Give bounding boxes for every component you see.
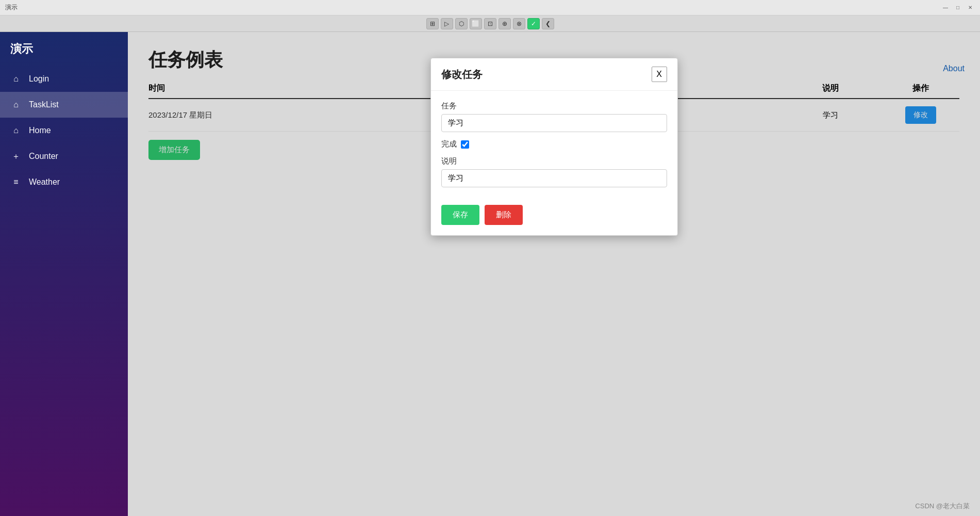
toolbar-frame-icon[interactable]: ⊞ [426,18,439,29]
sidebar-logo: 演示 [0,32,128,66]
modal-close-button[interactable]: X [652,67,667,82]
toolbar-back-icon[interactable]: ❮ [542,18,554,29]
toolbar-video-icon[interactable]: ▷ [441,18,453,29]
note-input[interactable] [441,169,667,187]
minimize-button[interactable]: — [941,3,950,12]
maximize-button[interactable]: □ [953,3,962,12]
save-button[interactable]: 保存 [441,205,479,225]
toolbar-select-icon[interactable]: ⊡ [484,18,496,29]
sidebar-item-label-home: Home [29,126,51,135]
sidebar-item-label-weather: Weather [29,178,60,187]
tasklist-icon: ⌂ [10,99,22,110]
title-bar: 演示 — □ ✕ [0,0,980,15]
sidebar-item-login[interactable]: ⌂ Login [0,66,128,92]
sidebar: 演示 ⌂ Login ⌂ TaskList ⌂ Home ＋ Counter ≡… [0,32,128,516]
modal-dialog: 修改任务 X 任务 完成 说明 保存 删除 [430,58,678,236]
home2-icon: ⌂ [10,125,22,136]
task-input[interactable] [441,114,667,132]
toolbar: ⊞ ▷ ⬡ ⬜ ⊡ ⊕ ⊗ ✓ ❮ [0,15,980,32]
sidebar-item-label-counter: Counter [29,152,58,161]
completed-row: 完成 [441,139,667,149]
sidebar-item-counter[interactable]: ＋ Counter [0,143,128,169]
toolbar-check-icon[interactable]: ✓ [527,18,540,29]
weather-icon: ≡ [10,176,22,188]
sidebar-item-home[interactable]: ⌂ Home [0,118,128,143]
sidebar-item-weather[interactable]: ≡ Weather [0,169,128,195]
delete-button[interactable]: 删除 [485,205,523,225]
modal-header: 修改任务 X [431,58,677,91]
note-label: 说明 [441,156,667,166]
title-bar-text: 演示 [5,3,18,12]
toolbar-plus-icon[interactable]: ⊕ [499,18,511,29]
sidebar-item-label-tasklist: TaskList [29,100,59,109]
close-button[interactable]: ✕ [966,3,975,12]
task-label: 任务 [441,101,667,111]
toolbar-cross-icon[interactable]: ⊗ [513,18,525,29]
toolbar-rect-icon[interactable]: ⬜ [470,18,482,29]
counter-icon: ＋ [10,151,22,162]
modal-footer: 保存 删除 [431,205,677,235]
main-content: About 任务例表 时间 说明 操作 2023/12/17 星期日 学习 修改… [128,32,980,516]
sidebar-item-tasklist[interactable]: ⌂ TaskList [0,92,128,118]
toolbar-shape-icon[interactable]: ⬡ [455,18,468,29]
home-icon: ⌂ [10,73,22,85]
modal-overlay: 修改任务 X 任务 完成 说明 保存 删除 [128,32,980,516]
completed-checkbox[interactable] [461,140,469,149]
sidebar-item-label-login: Login [29,74,49,84]
title-bar-controls: — □ ✕ [941,3,975,12]
app-container: 演示 ⌂ Login ⌂ TaskList ⌂ Home ＋ Counter ≡… [0,32,980,516]
modal-body: 任务 完成 说明 [431,91,677,205]
modal-title: 修改任务 [441,68,483,82]
completed-label: 完成 [441,139,457,149]
